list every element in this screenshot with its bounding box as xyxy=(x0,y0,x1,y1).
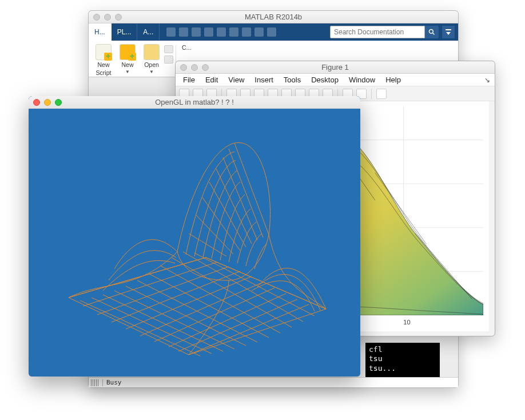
opengl-title: OpenGL in matlab? ! ? ! xyxy=(29,98,360,106)
opengl-window: OpenGL in matlab? ! ? ! xyxy=(29,96,360,377)
opengl-canvas[interactable] xyxy=(29,109,360,377)
menu-view[interactable]: View xyxy=(223,76,249,84)
menu-help[interactable]: Help xyxy=(380,76,406,84)
qat-icon[interactable] xyxy=(192,27,201,37)
menu-insert[interactable]: Insert xyxy=(249,76,279,84)
tab-plots[interactable]: PL... xyxy=(112,23,138,41)
separator xyxy=(371,89,372,99)
menu-window[interactable]: Window xyxy=(344,76,380,84)
opengl-titlebar[interactable]: OpenGL in matlab? ! ? ! xyxy=(29,96,360,109)
term-line: tsu... xyxy=(369,364,436,373)
minimize-button[interactable] xyxy=(44,99,51,106)
close-button[interactable] xyxy=(180,64,187,71)
new-script-button[interactable]: New Script xyxy=(92,43,115,77)
menu-file[interactable]: File xyxy=(178,76,200,84)
chevron-icon xyxy=(445,29,452,35)
separator xyxy=(102,379,103,386)
svg-marker-3 xyxy=(446,32,451,35)
search-button[interactable] xyxy=(425,26,439,38)
chevron-down-icon: ▼ xyxy=(125,69,130,74)
term-line: tsu xyxy=(369,354,436,363)
collapse-ribbon-button[interactable] xyxy=(442,26,455,38)
label: New xyxy=(97,61,109,68)
minimize-button[interactable] xyxy=(191,64,198,71)
grip-icon xyxy=(91,379,99,386)
compare-icon[interactable] xyxy=(164,56,173,64)
qat-icon[interactable] xyxy=(242,27,251,37)
qat-icon[interactable] xyxy=(217,27,226,37)
new-script-icon xyxy=(96,44,112,60)
figure-title: Figure 1 xyxy=(176,63,495,72)
svg-rect-2 xyxy=(446,29,451,30)
minimize-button[interactable] xyxy=(104,14,111,21)
tick-label: 10 xyxy=(403,319,410,326)
folder-icon xyxy=(144,44,160,60)
matlab-titlebar[interactable]: MATLAB R2014b xyxy=(89,11,458,23)
chevron-down-icon: ▼ xyxy=(149,69,154,74)
search-icon xyxy=(428,29,435,35)
plus-icon xyxy=(120,44,136,60)
menu-tools[interactable]: Tools xyxy=(279,76,306,84)
traffic-lights xyxy=(93,14,122,21)
traffic-lights xyxy=(180,64,209,71)
label: New xyxy=(121,61,133,68)
help-icon[interactable] xyxy=(267,27,276,37)
traffic-lights xyxy=(33,99,62,106)
qat-icon[interactable] xyxy=(254,27,264,37)
label: Script xyxy=(96,69,112,76)
zoom-button[interactable] xyxy=(202,64,209,71)
dock-arrow-icon[interactable]: ↘ xyxy=(484,76,492,84)
term-line: cfl xyxy=(369,345,436,354)
matlab-title: MATLAB R2014b xyxy=(89,13,458,21)
qat-icon[interactable] xyxy=(166,27,176,37)
zoom-button[interactable] xyxy=(55,99,62,106)
svg-line-1 xyxy=(433,33,435,35)
search-input[interactable] xyxy=(330,26,425,38)
plottools-icon[interactable] xyxy=(376,89,387,99)
qat-icon[interactable] xyxy=(179,27,188,37)
zoom-button[interactable] xyxy=(115,14,122,21)
figure-titlebar[interactable]: Figure 1 xyxy=(176,61,495,74)
menu-desktop[interactable]: Desktop xyxy=(306,76,344,84)
label: Open xyxy=(144,61,159,68)
qat-icon[interactable] xyxy=(229,27,238,37)
open-button[interactable]: Open ▼ xyxy=(140,43,163,76)
quick-access-toolbar xyxy=(162,23,281,41)
svg-point-0 xyxy=(429,30,433,34)
status-bar: Busy xyxy=(89,377,458,387)
qat-icon[interactable] xyxy=(204,27,213,37)
close-button[interactable] xyxy=(93,14,100,21)
close-button[interactable] xyxy=(33,99,40,106)
compare-button[interactable]: C... xyxy=(178,43,194,52)
menu-edit[interactable]: Edit xyxy=(200,76,223,84)
tab-home[interactable]: H... xyxy=(89,23,112,41)
figure-menubar: File Edit View Insert Tools Desktop Wind… xyxy=(176,74,495,86)
ribbon-mini-group xyxy=(164,43,173,64)
tab-apps[interactable]: A... xyxy=(137,23,160,41)
ribbon-tabstrip: H... PL... A... xyxy=(89,23,458,41)
label: C... xyxy=(182,44,191,51)
find-files-icon[interactable] xyxy=(164,45,173,53)
command-window-snippet: cfl tsu tsu... xyxy=(365,343,440,377)
status-text: Busy xyxy=(106,379,122,386)
search-documentation xyxy=(330,23,455,41)
new-button[interactable]: New ▼ xyxy=(116,43,139,76)
